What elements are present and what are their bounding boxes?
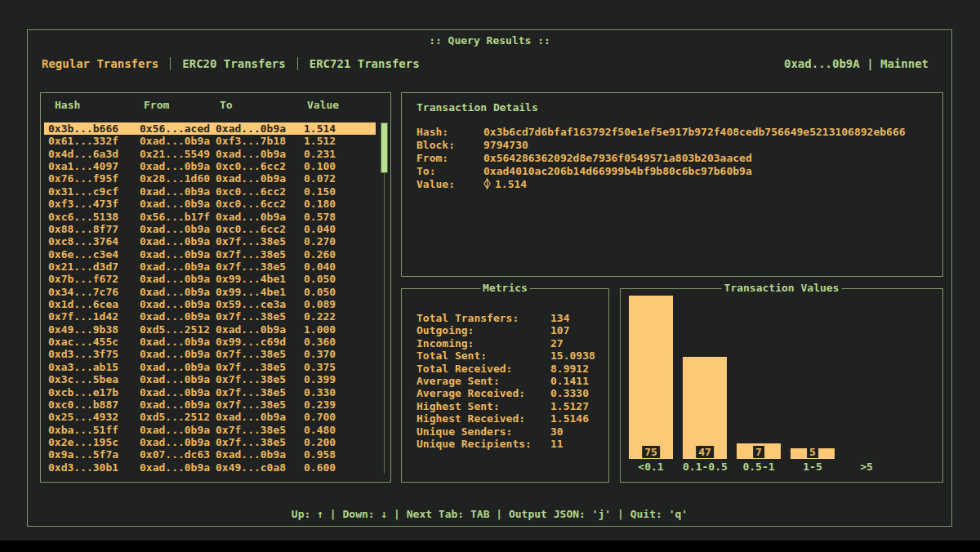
cell-value: 0.040 (304, 260, 376, 273)
scrollbar-thumb[interactable] (381, 122, 388, 173)
detail-value: 1.514 (483, 178, 527, 191)
cell-hash: 0xcb...e17b (48, 386, 140, 398)
metric-total-sent: Total Sent:15.0938 (416, 349, 602, 362)
cell-from: 0xad...0b9a (140, 260, 216, 273)
cell-to: 0x7f...38e5 (216, 348, 304, 360)
cell-value: 0.100 (304, 160, 376, 172)
status-bar: Up: ↑ | Down: ↓ | Next Tab: TAB | Output… (28, 508, 951, 520)
chart-bar-slot (844, 289, 889, 459)
cell-value: 1.514 (304, 122, 376, 135)
table-row[interactable]: 0xf3...473f0xad...0b9a0xc0...6cc20.180 (44, 198, 376, 210)
table-row[interactable]: 0x7f...1d420xad...0b9a0x7f...38e50.222 (44, 310, 376, 323)
eth-icon (483, 178, 491, 191)
table-row[interactable]: 0x1d...6cea0xad...0b9a0x59...ce3a0.089 (44, 298, 376, 310)
table-row[interactable]: 0xac...455c0xad...0b9a0x99...c69d0.360 (44, 336, 376, 348)
details-fields: Hash:0x3b6cd7d6bfaf163792f50e1ef5e917b97… (416, 126, 934, 191)
cell-hash: 0xf3...473f (48, 198, 140, 210)
metric-total-transfers: Total Transfers:134 (416, 312, 602, 324)
cell-from: 0xd5...2512 (140, 323, 216, 336)
chart-bar-slot: 5 (791, 289, 835, 459)
cell-to: 0x7f...38e5 (216, 424, 304, 436)
table-row[interactable]: 0xd3...3f750xad...0b9a0x7f...38e50.370 (44, 348, 376, 360)
table-row[interactable]: 0xc8...37640xad...0b9a0x7f...38e50.270 (44, 235, 376, 247)
tab-erc721-transfers[interactable]: ERC721 Transfers (310, 57, 420, 70)
table-row[interactable]: 0xc0...b8870xad...0b9a0x7f...38e50.239 (44, 398, 376, 411)
column-header-to: To (220, 99, 307, 111)
cell-value: 0.399 (304, 373, 376, 385)
table-row[interactable]: 0x6e...c3e40xad...0b9a0x7f...38e50.260 (44, 248, 376, 260)
table-row[interactable]: 0x76...f95f0x28...1d600xad...0b9a0.072 (44, 172, 376, 185)
cell-from: 0xad...0b9a (140, 461, 216, 474)
cell-hash: 0x61...332f (48, 135, 140, 147)
cell-hash: 0x3b...b666 (48, 122, 140, 135)
table-row[interactable]: 0x3b...b6660x56...aced0xad...0b9a1.514 (44, 122, 376, 135)
cell-hash: 0x49...9b38 (48, 323, 140, 336)
tab-erc20-transfers[interactable]: ERC20 Transfers (182, 57, 285, 70)
metric-average-received: Average Received:0.3330 (416, 387, 602, 399)
table-row[interactable]: 0x21...d3d70xad...0b9a0x7f...38e50.040 (44, 260, 376, 273)
metric-label: Average Received: (416, 387, 550, 399)
chart-x-label: 1-5 (791, 461, 835, 473)
cell-to: 0xad...0b9a (216, 172, 304, 185)
cell-hash: 0x9a...5f7a (48, 448, 140, 461)
cell-from: 0xad...0b9a (140, 235, 216, 247)
cell-from: 0xad...0b9a (140, 310, 216, 323)
table-scrollbar[interactable] (381, 122, 388, 474)
cell-to: 0xad...0b9a (216, 323, 304, 336)
cell-from: 0xad...0b9a (140, 198, 216, 210)
cell-hash: 0x2e...195c (48, 436, 140, 448)
metric-label: Total Transfers: (416, 312, 550, 324)
cell-from: 0xad...0b9a (140, 160, 216, 172)
table-row[interactable]: 0x7b...f6720xad...0b9a0x99...4be10.050 (44, 273, 376, 285)
table-row[interactable]: 0x3c...5bea0xad...0b9a0x7f...38e50.399 (44, 373, 376, 385)
detail-value: 9794730 (483, 139, 528, 152)
column-header-from: From (144, 99, 220, 111)
table-row[interactable]: 0xba...51ff0xad...0b9a0x7f...38e50.480 (44, 424, 376, 436)
cell-value: 0.480 (304, 424, 376, 436)
table-row[interactable]: 0xa3...ab150xad...0b9a0x7f...38e50.375 (44, 361, 376, 373)
table-row[interactable]: 0x31...c9cf0xad...0b9a0xc0...6cc20.150 (44, 185, 376, 198)
cell-from: 0xad...0b9a (140, 336, 216, 348)
cell-to: 0x7f...38e5 (216, 386, 304, 398)
metric-label: Incoming: (416, 337, 550, 349)
cell-from: 0xad...0b9a (140, 223, 216, 235)
cell-value: 0.040 (304, 223, 376, 235)
metric-label: Outgoing: (416, 324, 550, 336)
cell-value: 1.000 (304, 323, 376, 336)
cell-value: 0.239 (304, 398, 376, 411)
table-row[interactable]: 0x34...7c760xad...0b9a0x99...4be10.050 (44, 286, 376, 298)
tab-regular-transfers[interactable]: Regular Transfers (42, 57, 158, 70)
table-row[interactable]: 0x4d...6a3d0x21...55490xad...0b9a0.231 (44, 148, 376, 160)
chart-plot: 754775 (629, 289, 889, 459)
cell-from: 0xad...0b9a (140, 348, 216, 360)
cell-value: 0.270 (304, 235, 376, 247)
cell-from: 0xad...0b9a (140, 286, 216, 298)
table-row[interactable]: 0xd3...30b10xad...0b9a0x49...c0a80.600 (44, 461, 376, 474)
metric-highest-sent: Highest Sent:1.5127 (416, 400, 602, 412)
table-row[interactable]: 0xc6...51380x56...b17f0xad...0b9a0.578 (44, 211, 376, 223)
transaction-details-panel: Transaction Details Hash:0x3b6cd7d6bfaf1… (401, 92, 943, 277)
cell-hash: 0xac...455c (48, 336, 140, 348)
cell-from: 0xd5...2512 (140, 411, 216, 423)
detail-label: Value: (416, 178, 483, 191)
detail-field-value: Value:1.514 (416, 178, 934, 191)
cell-value: 0.700 (304, 411, 376, 423)
table-row[interactable]: 0x9a...5f7a0x07...dc630xad...0b9a0.958 (44, 448, 376, 461)
app-window: :: Query Results :: Regular TransfersERC… (27, 29, 952, 527)
table-row[interactable]: 0xcb...e17b0xad...0b9a0x7f...38e50.330 (44, 386, 376, 398)
cell-hash: 0x76...f95f (48, 172, 140, 185)
cell-to: 0x7f...38e5 (216, 398, 304, 411)
table-row[interactable]: 0x2e...195c0xad...0b9a0x7f...38e50.200 (44, 436, 376, 448)
table-row[interactable]: 0x25...49320xd5...25120xad...0b9a0.700 (44, 411, 376, 423)
metric-label: Highest Sent: (416, 400, 550, 412)
metric-unique-recipients: Unique Recipients:11 (416, 438, 602, 450)
cell-to: 0x59...ce3a (216, 298, 304, 310)
metric-value: 107 (550, 324, 569, 336)
table-row[interactable]: 0x49...9b380xd5...25120xad...0b9a1.000 (44, 323, 376, 336)
table-row[interactable]: 0xa1...40970xad...0b9a0xc0...6cc20.100 (44, 160, 376, 172)
cell-to: 0x49...c0a8 (216, 461, 304, 474)
table-row[interactable]: 0x61...332f0xad...0b9a0xf3...7b181.512 (44, 135, 376, 147)
metric-label: Unique Recipients: (416, 438, 550, 450)
chart-x-label: 0.5-1 (737, 461, 781, 473)
table-row[interactable]: 0x88...8f770xad...0b9a0xc0...6cc20.040 (44, 223, 376, 235)
